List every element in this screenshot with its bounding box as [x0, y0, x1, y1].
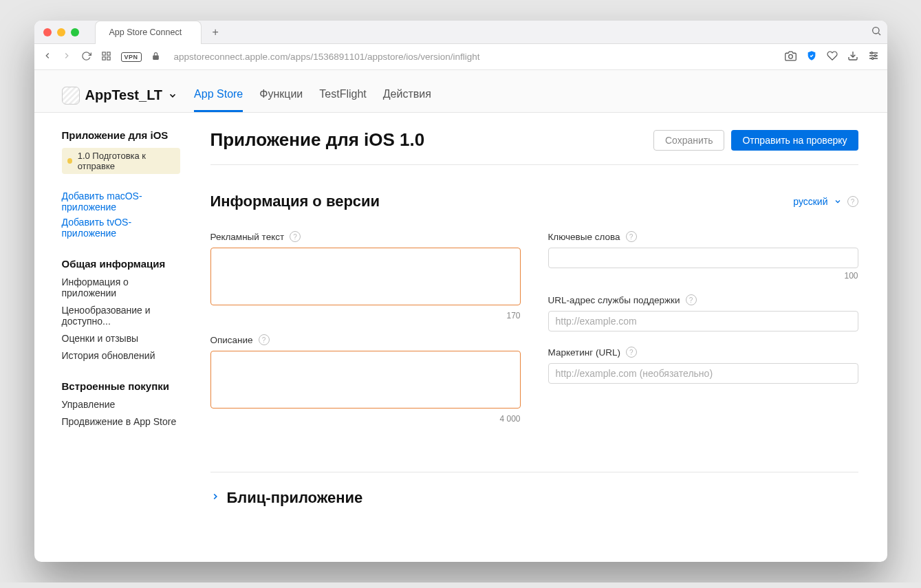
help-icon[interactable]: ? [259, 334, 270, 345]
section-version-info: Информация о версии [210, 193, 794, 210]
vpn-badge[interactable]: VPN [121, 52, 142, 62]
marketing-url-input[interactable] [548, 363, 858, 384]
page-title: Приложение для iOS 1.0 [210, 129, 653, 151]
marketing-url-label: Маркетинг (URL) [548, 347, 620, 358]
promo-label: Рекламный текст [210, 232, 285, 242]
chevron-right-icon [210, 492, 220, 504]
sidebar-item-manage[interactable]: Управление [62, 399, 180, 410]
sidebar-item-history[interactable]: История обновлений [62, 350, 180, 361]
svg-rect-2 [102, 52, 105, 54]
svg-point-6 [788, 54, 792, 58]
svg-point-11 [871, 52, 873, 54]
svg-point-12 [874, 55, 876, 57]
save-button[interactable]: Сохранить [653, 130, 725, 151]
status-dot-icon [67, 158, 72, 164]
chevron-down-icon [168, 91, 177, 100]
promo-counter: 170 [210, 311, 521, 320]
sidebar-general-heading: Общая информация [62, 258, 180, 270]
nav-back-button[interactable] [43, 51, 52, 63]
sidebar-item-app-info[interactable]: Информация о приложении [62, 276, 180, 298]
support-url-input[interactable] [548, 311, 858, 331]
submit-button[interactable]: Отправить на проверку [731, 130, 858, 151]
sidebar-ios-heading: Приложение для iOS [62, 129, 180, 141]
close-window-button[interactable] [43, 28, 52, 36]
app-clip-collapse[interactable]: Блиц-приложение [210, 489, 858, 507]
svg-rect-5 [107, 56, 109, 59]
app-switcher[interactable]: AppTest_LT [62, 87, 178, 105]
download-icon[interactable] [847, 50, 858, 63]
keywords-label: Ключевые слова [548, 232, 620, 242]
help-icon[interactable]: ? [626, 231, 637, 242]
keywords-input[interactable] [548, 248, 858, 268]
browser-tab[interactable]: App Store Connect [95, 21, 202, 44]
settings-menu-icon[interactable] [868, 50, 879, 63]
app-clip-title: Блиц-приложение [227, 489, 363, 507]
nav-forward-button[interactable] [62, 51, 72, 63]
add-macos-link[interactable]: Добавить macOS-приложение [62, 190, 180, 213]
tab-activity[interactable]: Действия [383, 78, 431, 112]
app-icon-placeholder [62, 87, 80, 105]
sidebar-iap-heading: Встроенные покупки [62, 380, 180, 392]
shield-check-icon[interactable] [806, 50, 817, 63]
svg-point-13 [871, 58, 874, 60]
heart-icon[interactable] [827, 50, 838, 63]
version-status-label: 1.0 Подготовка к отправке [78, 151, 175, 171]
help-icon[interactable]: ? [686, 294, 697, 305]
address-bar[interactable]: appstoreconnect.apple.com/apps/153689110… [174, 52, 775, 62]
keywords-counter: 100 [548, 271, 858, 281]
tab-testflight[interactable]: TestFlight [319, 78, 366, 112]
tab-features[interactable]: Функции [259, 78, 303, 112]
browser-tab-title: App Store Connect [109, 28, 182, 37]
desc-counter: 4 000 [210, 414, 521, 424]
support-url-label: URL-адрес службы поддержки [548, 295, 680, 305]
sidebar-item-pricing[interactable]: Ценообразование и доступно... [62, 305, 180, 327]
svg-rect-3 [107, 52, 109, 54]
svg-rect-4 [102, 56, 105, 59]
chevron-down-icon [834, 197, 842, 206]
camera-icon[interactable] [785, 50, 797, 64]
desc-label: Описание [210, 335, 253, 345]
version-status-item[interactable]: 1.0 Подготовка к отправке [62, 148, 180, 174]
description-input[interactable] [210, 351, 521, 409]
app-name-label: AppTest_LT [85, 87, 163, 103]
reload-button[interactable] [81, 51, 91, 63]
language-label: русский [793, 196, 827, 207]
extensions-icon[interactable] [101, 51, 111, 63]
new-tab-button[interactable]: + [206, 23, 225, 42]
svg-point-0 [872, 28, 878, 34]
zoom-window-button[interactable] [71, 28, 79, 36]
add-tvos-link[interactable]: Добавить tvOS-приложение [62, 217, 180, 239]
help-icon[interactable]: ? [626, 347, 637, 358]
promo-text-input[interactable] [210, 248, 521, 305]
svg-line-1 [878, 33, 880, 35]
lock-icon [151, 52, 160, 63]
minimize-window-button[interactable] [57, 28, 65, 36]
sidebar-item-promote[interactable]: Продвижение в App Store [62, 416, 180, 427]
help-icon[interactable]: ? [290, 231, 301, 242]
sidebar-item-ratings[interactable]: Оценки и отзывы [62, 333, 180, 344]
tab-app-store[interactable]: App Store [194, 78, 243, 112]
help-icon[interactable]: ? [847, 196, 858, 207]
language-selector[interactable]: русский [793, 196, 841, 207]
search-icon[interactable] [865, 25, 887, 39]
